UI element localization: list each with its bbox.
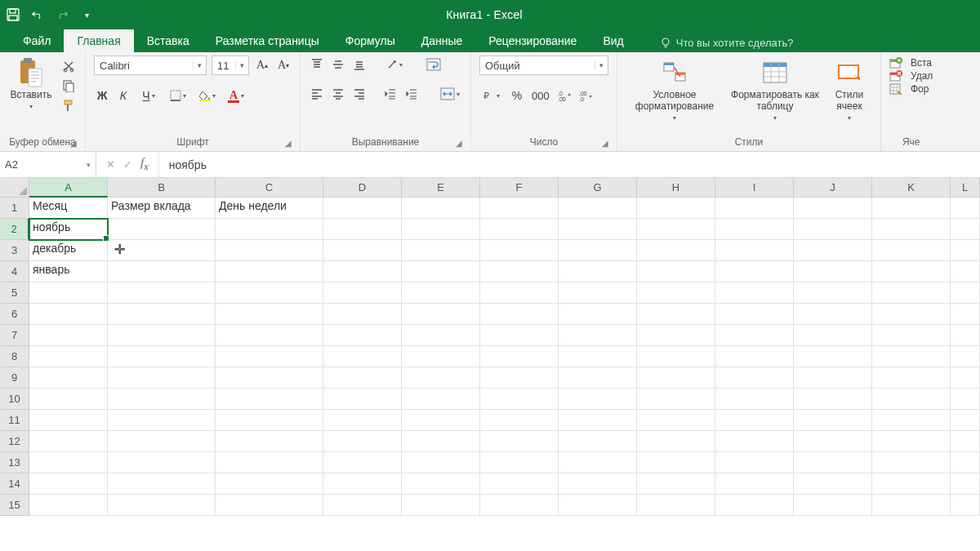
col-header-K[interactable]: K [872,178,951,198]
cell-D1[interactable] [323,198,402,219]
cell-D6[interactable] [323,304,402,325]
cell-E2[interactable] [402,219,480,240]
cell-F2[interactable] [480,219,559,240]
cell-J12[interactable] [794,431,872,452]
cell-K15[interactable] [872,495,951,516]
borders-icon[interactable]: ▾ [166,87,190,104]
tab-formulas[interactable]: Формулы [332,29,408,52]
cell-E4[interactable] [402,261,480,282]
cell-C5[interactable] [216,282,323,304]
cell-H14[interactable] [637,473,715,495]
format-as-table-button[interactable]: Форматировать как таблицу▾ [730,56,820,122]
cell-A2[interactable]: ноябрь [29,219,108,240]
row-header-10[interactable]: 10 [0,389,29,410]
cells-format-button[interactable]: Фор [889,83,929,95]
col-header-C[interactable]: C [216,178,323,198]
cell-B14[interactable] [108,473,216,495]
format-painter-icon[interactable] [60,98,77,113]
tell-me-search[interactable]: Что вы хотите сделать? [653,33,800,52]
clipboard-launcher-icon[interactable]: ◢ [70,139,77,148]
tab-view[interactable]: Вид [590,29,636,52]
cell-L3[interactable] [951,240,980,261]
cell-F14[interactable] [480,473,559,495]
cell-K1[interactable] [872,198,951,219]
cell-A12[interactable] [29,431,108,452]
cell-G14[interactable] [559,473,637,495]
cell-K13[interactable] [872,452,951,473]
row-header-5[interactable]: 5 [0,282,29,304]
col-header-F[interactable]: F [480,178,559,198]
cell-H1[interactable] [637,198,715,219]
row-header-7[interactable]: 7 [0,325,29,346]
col-header-L[interactable]: L [951,178,980,198]
cell-I11[interactable] [715,410,794,431]
cell-C2[interactable] [216,219,323,240]
cell-K9[interactable] [872,367,951,389]
cell-I13[interactable] [715,452,794,473]
cell-E14[interactable] [402,473,480,495]
underline-button[interactable]: Ч▾ [136,87,161,104]
cell-C14[interactable] [216,473,323,495]
cell-F15[interactable] [480,495,559,516]
cell-G9[interactable] [559,367,637,389]
cell-L14[interactable] [951,473,980,495]
cell-I9[interactable] [715,367,794,389]
cell-E11[interactable] [402,410,480,431]
cell-K2[interactable] [872,219,951,240]
cell-D14[interactable] [323,473,402,495]
cell-L15[interactable] [951,495,980,516]
col-header-J[interactable]: J [794,178,872,198]
cell-J1[interactable] [794,198,872,219]
cell-D10[interactable] [323,389,402,410]
cell-B1[interactable]: Размер вклада [108,198,216,219]
cell-B7[interactable] [108,325,216,346]
formula-bar[interactable]: ноябрь [159,152,980,177]
cell-I8[interactable] [715,346,794,367]
cell-D15[interactable] [323,495,402,516]
cell-C1[interactable]: День недели [216,198,323,219]
cell-L5[interactable] [951,282,980,304]
bold-button[interactable]: Ж [94,87,110,104]
cell-D4[interactable] [323,261,402,282]
cells-insert-button[interactable]: Вста [889,57,932,69]
row-header-6[interactable]: 6 [0,304,29,325]
cell-B6[interactable] [108,304,216,325]
cell-A1[interactable]: Месяц [29,198,108,219]
font-name-combo[interactable]: Calibri▾ [94,56,207,75]
cell-L10[interactable] [951,389,980,410]
tab-file[interactable]: Файл [10,29,64,52]
cell-K8[interactable] [872,346,951,367]
row-header-12[interactable]: 12 [0,431,29,452]
formula-cancel-icon[interactable]: ✕ [106,158,115,171]
tab-data[interactable]: Данные [408,29,476,52]
cell-H15[interactable] [637,495,715,516]
cell-J8[interactable] [794,346,872,367]
cell-B8[interactable] [108,346,216,367]
row-header-4[interactable]: 4 [0,261,29,282]
font-color-icon[interactable]: A▾ [225,87,249,104]
cell-H8[interactable] [637,346,715,367]
decrease-indent-icon[interactable] [382,85,399,103]
cell-L8[interactable] [951,346,980,367]
cell-B13[interactable] [108,452,216,473]
cell-A9[interactable] [29,367,108,389]
cell-H2[interactable] [637,219,715,240]
cell-L1[interactable] [951,198,980,219]
cell-K12[interactable] [872,431,951,452]
cell-A13[interactable] [29,452,108,473]
cell-E13[interactable] [402,452,480,473]
cell-H7[interactable] [637,325,715,346]
cell-H4[interactable] [637,261,715,282]
cell-E12[interactable] [402,431,480,452]
cell-B10[interactable] [108,389,216,410]
fx-icon[interactable]: fx [140,156,149,173]
tab-pagelayout[interactable]: Разметка страницы [203,29,332,52]
cell-G15[interactable] [559,495,637,516]
align-bottom-icon[interactable] [351,56,368,73]
cell-C12[interactable] [216,431,323,452]
conditional-formatting-button[interactable]: Условное форматирование▾ [626,56,724,122]
wrap-text-icon[interactable] [425,56,443,73]
cell-F10[interactable] [480,389,559,410]
cell-L4[interactable] [951,261,980,282]
tab-insert[interactable]: Вставка [134,29,203,52]
